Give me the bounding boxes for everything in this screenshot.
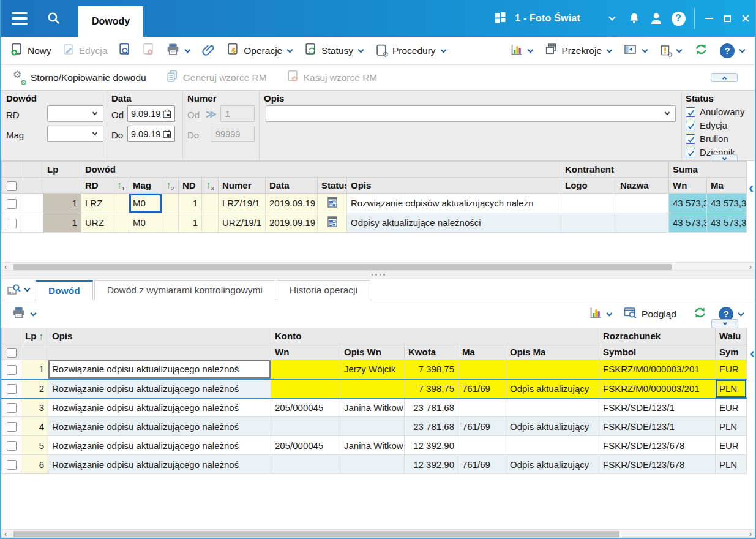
cell-mag[interactable]: M0 [129, 213, 162, 233]
status-filter-brulion[interactable]: Brulion [686, 134, 728, 144]
cell-opis-wn[interactable]: Janina Witkow [340, 398, 405, 417]
cell-opis-ma[interactable]: Odpis aktualizujący [506, 379, 599, 398]
detail-print-button[interactable] [6, 303, 42, 326]
cell-data[interactable]: 2019.09.19 [266, 194, 318, 213]
cell-waluta[interactable]: PLN [716, 417, 747, 436]
help-icon[interactable]: ? [667, 0, 689, 37]
col-header-opis[interactable]: Opis [347, 178, 561, 194]
cell-lp[interactable]: 1 [43, 194, 81, 213]
cell-kwota[interactable]: 7 398,75 [405, 379, 458, 398]
cell-lp[interactable]: 5 [21, 436, 48, 455]
scroll-right-arrow[interactable]: › [746, 530, 755, 538]
operations-button[interactable]: Operacje [221, 39, 299, 62]
row-checkbox[interactable] [7, 422, 17, 432]
cell-symbol[interactable]: FSKR/SDE/123/678 [599, 455, 716, 474]
cell-opis-ma[interactable] [506, 360, 599, 379]
cell-waluta[interactable]: EUR [716, 436, 747, 455]
col-header-wn[interactable]: Wn [271, 344, 340, 360]
delete-rm-templates-button[interactable]: Kasuj wzorce RM [281, 66, 383, 89]
tab-dowody[interactable]: Dowody [78, 6, 143, 37]
col-header-nazwa[interactable]: Nazwa [616, 178, 669, 194]
col-header-logo[interactable]: Logo [561, 178, 616, 194]
col-header-status[interactable]: Status [318, 178, 347, 194]
cell-lp[interactable]: 6 [21, 455, 48, 474]
cell-kwota[interactable]: 23 781,68 [405, 417, 458, 436]
col-group-dowod[interactable]: Dowód [81, 162, 561, 178]
cell-logo[interactable] [561, 194, 616, 213]
print-dropdown-chevron-icon[interactable] [185, 47, 191, 53]
col-header-sym[interactable]: Sym [716, 344, 747, 360]
cell-wn[interactable]: 43 573,33 [669, 213, 707, 233]
cell-lp[interactable]: 1 [43, 213, 81, 233]
col-group-kontrahent[interactable]: Kontrahent [561, 162, 669, 178]
cell-status[interactable] [318, 213, 347, 233]
col-group-lp[interactable]: Lp [43, 162, 81, 178]
cell-waluta-focused[interactable]: PLN [716, 379, 747, 398]
col-header-wn[interactable]: Wn [669, 178, 707, 194]
expand-status-list-button[interactable] [711, 154, 738, 161]
sort-indicator-2[interactable]: ↑2 [162, 178, 179, 194]
detail-refresh-button[interactable] [687, 303, 713, 326]
close-button[interactable] [736, 0, 755, 37]
tab-dowod-wymiary[interactable]: Dowód z wymiarami kontrolingowymi [94, 280, 275, 300]
storno-copy-button[interactable]: ⚙ ⚙ Storno/Kopiowanie dowodu [7, 66, 152, 89]
detail-chart-button[interactable] [584, 303, 618, 326]
cell-nazwa[interactable] [616, 213, 669, 233]
cell-numer[interactable]: URZ/19/1 [219, 213, 266, 233]
filter-date-from-input[interactable]: 9.09.19 [127, 105, 175, 122]
col-header-rd[interactable]: RD [81, 178, 113, 194]
panel-splitter[interactable] [1, 271, 755, 279]
print-button[interactable] [160, 39, 196, 62]
workspaces-grid-icon[interactable] [495, 12, 506, 25]
select-all-checkbox[interactable] [7, 348, 17, 358]
find-document-button[interactable] [113, 39, 137, 62]
scrollbar-thumb[interactable] [13, 264, 672, 270]
tab-dowod[interactable]: Dowód [36, 280, 93, 300]
minimize-button[interactable] [700, 0, 718, 37]
checkbox-edycja[interactable] [686, 121, 695, 130]
hamburger-menu-icon[interactable] [1, 0, 38, 37]
col-header-nd[interactable]: ND [179, 178, 202, 194]
select-all-checkbox[interactable] [7, 181, 17, 191]
collapse-filter-panel-button[interactable] [711, 73, 738, 82]
checkbox-brulion[interactable] [686, 134, 695, 144]
cell-konto-wn[interactable] [271, 379, 340, 398]
row-checkbox[interactable] [7, 441, 17, 451]
cell-kwota[interactable]: 12 392,90 [405, 455, 458, 474]
cell-rd[interactable]: URZ [81, 213, 113, 233]
col-header-symbol[interactable]: Symbol [599, 344, 716, 360]
filter-numer-to-input[interactable]: 99999 [211, 126, 255, 142]
cell-ma[interactable]: 43 573,33 [707, 194, 747, 213]
cell-kwota[interactable]: 12 392,90 [405, 436, 458, 455]
help-menu-button[interactable]: ? [714, 39, 751, 62]
sort-indicator-3[interactable]: ↑3 [202, 178, 219, 194]
row-checkbox[interactable] [7, 384, 17, 394]
detail-print-dropdown-chevron-icon[interactable] [31, 310, 37, 316]
scroll-left-arrow[interactable]: ‹ [1, 530, 10, 538]
status-filter-edycja[interactable]: Edycja [686, 120, 727, 130]
delete-document-button[interactable] [137, 39, 160, 62]
preview-button[interactable]: Podgląd [618, 303, 682, 326]
scroll-right-arrow[interactable]: › [746, 263, 755, 271]
cell-kwota[interactable]: 23 781,68 [405, 398, 458, 417]
grid-search-button[interactable] [6, 279, 36, 300]
cell-ma[interactable] [458, 436, 506, 455]
col-group-lp[interactable]: Lp ↑ [21, 328, 48, 344]
cell-opis-wn[interactable]: Jerzy Wójcik [340, 360, 405, 379]
col-group-waluta[interactable]: Walu [716, 328, 747, 344]
filter-rd-select[interactable] [47, 105, 103, 122]
procedures-button[interactable]: ⚙ Procedury [370, 39, 452, 62]
cell-data[interactable]: 2019.09.19 [266, 213, 318, 233]
bottom-grid-horizontal-scrollbar[interactable]: ‹ › [1, 529, 755, 538]
cell-konto-wn[interactable] [271, 417, 340, 436]
row-checkbox[interactable] [7, 365, 17, 375]
cell-opis-wn[interactable] [340, 455, 405, 474]
col-header-opis-ma[interactable]: Opis Ma [506, 344, 599, 360]
attachments-button[interactable] [196, 39, 221, 62]
decree-row-selected[interactable]: 2 Rozwiązanie odpisu aktualizującego nal… [2, 379, 747, 398]
top-grid-horizontal-scrollbar[interactable]: ‹ › [1, 262, 755, 271]
cell-opis-wn[interactable] [340, 379, 405, 398]
cell-symbol[interactable]: FSKR/SDE/123/678 [599, 436, 716, 455]
cell-lp[interactable]: 4 [21, 417, 48, 436]
scroll-left-arrow[interactable]: ‹ [1, 263, 10, 271]
